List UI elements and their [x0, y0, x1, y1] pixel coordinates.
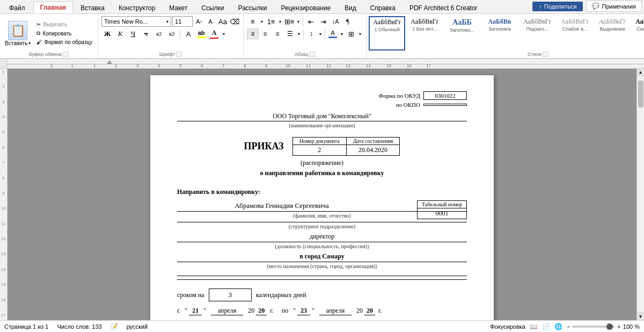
- position-value: директор: [177, 233, 467, 241]
- bullets-dropdown[interactable]: ▾: [259, 16, 265, 27]
- tab-layout[interactable]: Макет: [163, 3, 194, 13]
- scroll-thumb[interactable]: [638, 81, 643, 107]
- cut-button[interactable]: ✂ Вырезать: [34, 21, 94, 28]
- style-strong[interactable]: АаБбВвГr Сильное в...: [632, 16, 644, 50]
- multilevel-dropdown[interactable]: ▾: [296, 16, 301, 27]
- font-size-selector[interactable]: 11: [172, 16, 193, 27]
- underline-button[interactable]: Ч: [127, 28, 139, 39]
- borders-dropdown[interactable]: ▾: [357, 28, 363, 39]
- tab-pdf[interactable]: PDF Architect 6 Creator: [403, 3, 484, 13]
- highlight-color-button[interactable]: ab: [195, 28, 207, 39]
- strikethrough-button[interactable]: ч: [140, 28, 152, 39]
- italic-button[interactable]: К: [114, 28, 126, 39]
- font-color-dropdown[interactable]: ▾: [221, 28, 226, 39]
- sort-button[interactable]: ↕A: [330, 16, 341, 27]
- justify-dropdown[interactable]: ▾: [296, 28, 302, 39]
- focus-label: Фокусировка: [490, 323, 525, 330]
- style-subtitle[interactable]: АаБбВвГr Подзаго...: [519, 16, 555, 50]
- tab-constructor[interactable]: Конструктор: [112, 3, 162, 13]
- font-dialog-icon[interactable]: ⬚: [176, 52, 182, 57]
- date-row: с " 21 " апреля 20 20: [177, 307, 467, 315]
- multilevel-button[interactable]: ⊞≡: [283, 16, 295, 27]
- spell-check-icon[interactable]: 📝: [111, 323, 118, 330]
- tab-home[interactable]: Главная: [33, 2, 74, 13]
- clipboard-group: 📋 Вставить▾ ✂ Вырезать ⧉ Копировать 🖌: [0, 14, 98, 58]
- view-web-button[interactable]: 🌐: [554, 323, 562, 330]
- style-no-spacing[interactable]: АаБбВвГr 1 Без инт...: [406, 16, 443, 50]
- zoom-slider[interactable]: [572, 326, 615, 328]
- styles-group-label: Стили: [528, 52, 541, 57]
- tab-view[interactable]: Вид: [338, 3, 363, 13]
- shading-dropdown[interactable]: ▾: [339, 28, 345, 39]
- page-info: Страница 1 из 1: [4, 323, 48, 330]
- share-button[interactable]: ↑ Поделиться: [532, 2, 583, 11]
- date-from-year2: 20: [258, 307, 265, 314]
- ruler-triangle[interactable]: [107, 60, 112, 64]
- align-left-button[interactable]: ≡: [247, 28, 259, 39]
- justify-button[interactable]: ☰: [284, 28, 296, 39]
- scroll-up-button[interactable]: ▲: [637, 69, 645, 76]
- style-subtle[interactable]: АаБбВвГr Слабое в...: [557, 16, 593, 50]
- decrease-indent-button[interactable]: ⇤: [305, 16, 317, 27]
- font-name-dropdown-icon: ▾: [166, 19, 169, 24]
- tab-file[interactable]: Файл: [2, 2, 32, 13]
- style-emphasis[interactable]: АаБбВвГr Выделение: [594, 16, 631, 50]
- align-right-button[interactable]: ≡: [272, 28, 283, 39]
- tab-insert[interactable]: Вставка: [74, 3, 111, 13]
- styles-dialog-icon[interactable]: ⬚: [543, 52, 548, 57]
- font-size-decrease-button[interactable]: A-: [206, 16, 216, 27]
- paste-button[interactable]: 📋 Вставить▾: [3, 19, 32, 48]
- increase-indent-button[interactable]: ⇥: [317, 16, 329, 27]
- copy-button[interactable]: ⧉ Копировать: [34, 30, 94, 37]
- clear-format-button[interactable]: ⌫: [229, 16, 240, 27]
- status-bar: Страница 1 из 1 Число слов: 133 📝 русски…: [0, 320, 644, 332]
- view-print-button[interactable]: 📄: [542, 323, 550, 330]
- styles-group: АаБбВвГr 1 Обычный АаБбВвГr 1 Без инт...…: [367, 14, 644, 58]
- org-name: ООО Торговый дом "Комплексный": [177, 112, 467, 120]
- tab-mailings[interactable]: Рассылки: [232, 3, 274, 13]
- font-size-increase-button[interactable]: A+: [194, 16, 204, 27]
- notes-button[interactable]: 💬 Примечания: [586, 1, 642, 12]
- document-page: Форма по ОКУД 0301022 по ОКПО: [150, 75, 494, 320]
- form-code-label: Форма по ОКУД: [379, 92, 420, 99]
- font-color-button[interactable]: A: [208, 28, 220, 39]
- numbering-button[interactable]: 1≡: [265, 16, 277, 27]
- zoom-in-button[interactable]: +: [617, 323, 620, 330]
- tab-review[interactable]: Рецензирование: [274, 3, 337, 13]
- clipboard-dialog-icon[interactable]: ⬚: [63, 52, 69, 57]
- numbering-dropdown[interactable]: ▾: [277, 16, 283, 27]
- bold-button[interactable]: Ж: [101, 28, 113, 39]
- change-case-button[interactable]: Аа: [217, 16, 228, 27]
- subscript-button[interactable]: x2: [153, 28, 165, 39]
- shading-button[interactable]: A: [327, 28, 339, 39]
- style-normal[interactable]: АаБбВвГr 1 Обычный: [369, 16, 405, 50]
- vertical-scrollbar[interactable]: ▲ ▼: [636, 69, 644, 320]
- style-heading1[interactable]: АаББ Заголово...: [444, 16, 480, 50]
- show-marks-button[interactable]: ¶: [342, 16, 354, 27]
- font-name-selector[interactable]: Times New Ro... ▾: [101, 16, 171, 27]
- order-desc: о направлении работника в командировку: [177, 169, 467, 177]
- left-ruler: 1 2 3 4 5 6 7 8 9 10 11 12 13 1: [0, 69, 8, 320]
- tab-links[interactable]: Ссылки: [195, 3, 230, 13]
- language-label: русский: [127, 323, 148, 330]
- doc-date-value: 20.04.2020: [346, 145, 400, 156]
- bullets-button[interactable]: ≡: [247, 16, 259, 27]
- org-subtitle: (наименование организации): [177, 122, 467, 128]
- paragraph-dialog-icon[interactable]: ⬚: [309, 52, 315, 57]
- align-center-button[interactable]: ≡: [259, 28, 271, 39]
- line-spacing-dropdown[interactable]: ▾: [318, 28, 323, 39]
- paste-dropdown-icon[interactable]: ▾: [28, 41, 31, 46]
- line-spacing-button[interactable]: ↕: [305, 28, 317, 39]
- borders-button[interactable]: ⊞: [345, 28, 357, 39]
- superscript-button[interactable]: x2: [166, 28, 178, 39]
- scroll-down-button[interactable]: ▼: [637, 313, 645, 320]
- text-effect-button[interactable]: A: [182, 28, 194, 39]
- format-painter-button[interactable]: 🖌 Формат по образцу: [34, 39, 94, 46]
- date-to-month: апреля: [326, 307, 345, 314]
- style-heading2[interactable]: АаБбВв Заголовок: [481, 16, 518, 50]
- cut-icon: ✂: [36, 21, 41, 27]
- tab-help[interactable]: Справка: [364, 3, 402, 13]
- zoom-out-button[interactable]: −: [567, 323, 570, 330]
- date-to-year2: 20: [367, 307, 373, 314]
- view-read-button[interactable]: 📖: [530, 323, 538, 330]
